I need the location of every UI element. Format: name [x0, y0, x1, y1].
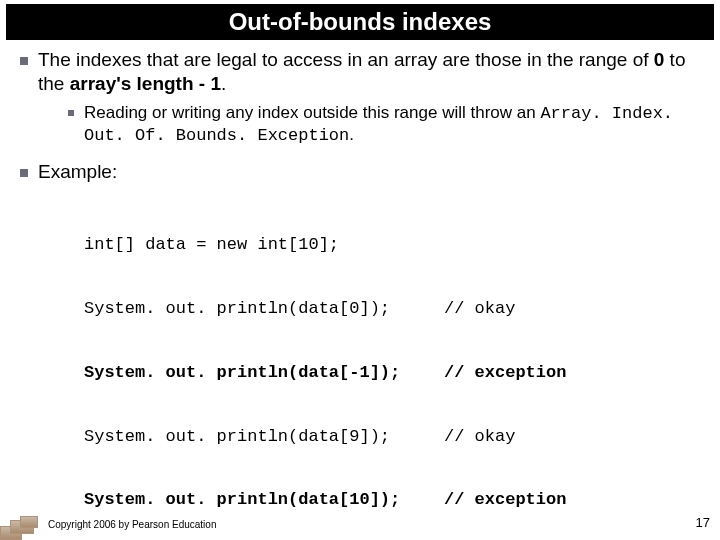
- code-line: System. out. println(data[0]);: [84, 298, 444, 319]
- code-line: System. out. println(data[-1]);: [84, 362, 444, 383]
- text-bold: array's length - 1: [70, 73, 221, 94]
- text: Reading or writing any index outside thi…: [84, 103, 540, 122]
- text-bold: 0: [654, 49, 665, 70]
- corner-decoration: [0, 514, 40, 540]
- bullet-icon: [20, 57, 28, 65]
- bullet-icon: [20, 169, 28, 177]
- text: The indexes that are legal to access in …: [38, 49, 654, 70]
- text: .: [221, 73, 226, 94]
- slide-title: Out-of-bounds indexes: [6, 4, 714, 40]
- code-comment: // exception: [444, 489, 566, 510]
- copyright-footer: Copyright 2006 by Pearson Education: [48, 519, 216, 530]
- bullet-intro: The indexes that are legal to access in …: [20, 48, 700, 96]
- bullet-text: Example:: [38, 160, 117, 184]
- slide-body: The indexes that are legal to access in …: [0, 40, 720, 540]
- bullet-text: The indexes that are legal to access in …: [38, 48, 700, 96]
- text: .: [349, 125, 354, 144]
- bullet-sub: Reading or writing any index outside thi…: [68, 102, 700, 147]
- code-comment: // exception: [444, 362, 566, 383]
- code-line: System. out. println(data[10]);: [84, 489, 444, 510]
- code-line: System. out. println(data[9]);: [84, 426, 444, 447]
- code-block: int[] data = new int[10]; System. out. p…: [84, 192, 700, 540]
- bullet-example: Example:: [20, 160, 700, 184]
- code-line: int[] data = new int[10];: [84, 234, 444, 255]
- bullet-icon: [68, 110, 74, 116]
- bullet-text: Reading or writing any index outside thi…: [84, 102, 700, 147]
- code-comment: // okay: [444, 298, 515, 319]
- code-comment: // okay: [444, 426, 515, 447]
- page-number: 17: [696, 515, 710, 530]
